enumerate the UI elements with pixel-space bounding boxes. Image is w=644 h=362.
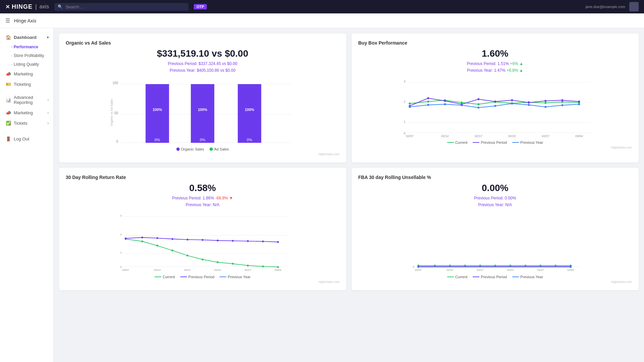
svg-text:100%: 100% — [198, 108, 207, 112]
svg-point-28 — [477, 103, 479, 105]
svg-text:03/04: 03/04 — [575, 134, 583, 138]
buy-box-card: Buy Box Performance 1.60% Previous Perio… — [352, 34, 639, 163]
marketing2-label: Marketing — [14, 110, 33, 115]
legend-bb-prev-period: Previous Period — [473, 140, 507, 144]
return-rate-sub: Previous Period: 1.86% -68.8% ▼ Previous… — [66, 195, 340, 208]
sidebar: 🏠 Dashboard ▾ · Performance · Store Prof… — [0, 28, 54, 362]
svg-text:02/22: 02/22 — [508, 134, 516, 138]
top-nav: ✕ HINGE | axis 🔍 OTP jane.doe@example.co… — [0, 0, 644, 13]
logout-icon: 🚪 — [6, 136, 11, 141]
marketing2-icon: 📣 — [6, 110, 11, 115]
legend-line-period — [473, 142, 479, 143]
svg-point-45 — [578, 101, 580, 103]
fba-line-chart: 0 — [358, 212, 632, 272]
legend-line-year — [512, 142, 519, 143]
svg-point-83 — [141, 236, 143, 238]
hamburger-icon[interactable]: ☰ — [5, 17, 10, 24]
svg-point-56 — [578, 103, 580, 105]
fba-unsellable-card: FBA 30 day Rolling Unsellable % 0.00% Pr… — [352, 168, 639, 290]
main-layout: 🏠 Dashboard ▾ · Performance · Store Prof… — [0, 28, 644, 362]
svg-text:03/04: 03/04 — [275, 268, 282, 272]
svg-point-88 — [217, 239, 219, 241]
search-input[interactable] — [65, 4, 185, 9]
sidebar-item-logout[interactable]: 🚪 Log Out — [0, 134, 53, 144]
buy-box-period-change: +6% — [510, 61, 518, 66]
svg-text:02/17: 02/17 — [184, 268, 191, 272]
sidebar-item-ticketing[interactable]: 🎫 Ticketing — [0, 79, 53, 89]
legend-rr-period-label: Previous Period — [188, 275, 215, 279]
legend-rr-prev-year: Previous Year — [220, 275, 250, 279]
search-bar[interactable]: 🔍 — [54, 3, 188, 11]
fba-prev-period: Previous Period: 0.00% — [358, 195, 632, 201]
organic-ad-sales-sub: Previous Period: $337,324.45 vs $0.00 Pr… — [66, 60, 340, 74]
sidebar-item-performance[interactable]: · Performance — [7, 43, 53, 51]
buy-box-svg: 3 2 1 0 — [358, 77, 632, 138]
marketing-icon: 📣 — [6, 71, 11, 76]
svg-point-81 — [277, 266, 279, 268]
user-avatar[interactable] — [629, 2, 639, 11]
sidebar-item-marketing[interactable]: 📣 Marketing › — [0, 108, 53, 118]
svg-text:1: 1 — [120, 251, 122, 254]
sidebar-item-advanced-reporting[interactable]: 📊 Advanced Reporting › — [0, 92, 53, 108]
svg-point-24 — [409, 103, 411, 105]
subheader: ☰ Hinge Axis — [0, 13, 644, 28]
svg-point-54 — [544, 106, 546, 108]
svg-text:100%: 100% — [245, 108, 254, 112]
svg-point-86 — [187, 239, 188, 240]
svg-point-115 — [570, 266, 571, 268]
logo-separator: | — [35, 3, 37, 10]
svg-text:0: 0 — [413, 265, 414, 268]
svg-point-36 — [427, 97, 429, 99]
return-rate-card: 30 Day Rolling Return Rate 0.58% Previou… — [59, 168, 346, 290]
svg-point-44 — [561, 99, 563, 101]
buy-box-year-arrow: ▲ — [519, 68, 523, 73]
legend-fba-prev-period: Previous Period — [473, 275, 507, 279]
svg-point-51 — [494, 105, 496, 107]
sidebar-item-tickets[interactable]: ✅ Tickets › — [0, 118, 53, 128]
svg-point-42 — [528, 102, 530, 104]
sidebar-item-store-profitability[interactable]: · Store Profitability — [7, 51, 53, 60]
svg-text:100: 100 — [113, 81, 118, 85]
fba-sub: Previous Period: 0.00% Previous Year: N/… — [358, 195, 632, 208]
legend-label-ad: Ad Sales — [214, 147, 229, 151]
svg-text:100%: 100% — [153, 108, 162, 112]
sidebar-item-dashboard[interactable]: 🏠 Dashboard ▾ — [0, 32, 53, 43]
app-title: Hinge Axis — [14, 18, 36, 23]
svg-text:02/27: 02/27 — [541, 134, 549, 138]
buy-box-prev-year: Previous Year: 1.47% +8.8% ▲ — [358, 67, 632, 74]
sidebar-item-marketing-top[interactable]: 📣 Marketing — [0, 69, 53, 79]
search-icon: 🔍 — [58, 4, 63, 9]
svg-point-46 — [409, 106, 411, 108]
chart-icon: 📊 — [6, 98, 11, 103]
x-icon: ✕ — [5, 4, 10, 10]
svg-point-43 — [544, 100, 546, 102]
buy-box-title: Buy Box Performance — [358, 40, 632, 46]
otp-badge: OTP — [194, 4, 207, 9]
svg-text:02/17: 02/17 — [477, 268, 484, 272]
svg-point-73 — [157, 245, 158, 246]
svg-point-82 — [125, 237, 126, 239]
svg-point-85 — [172, 238, 173, 240]
chevron-right-icon: › — [48, 98, 49, 102]
legend-bb-current-label: Current — [455, 140, 468, 144]
svg-text:3: 3 — [404, 80, 405, 83]
fba-title: FBA 30 day Rolling Unsellable % — [358, 175, 632, 180]
organic-ad-sales-title: Organic vs Ad Sales — [66, 40, 340, 46]
legend-bb-prev-year: Previous Year — [512, 140, 543, 144]
legend-rr-period-line — [180, 277, 187, 277]
sidebar-item-listing-quality[interactable]: · Listing Quality — [7, 60, 53, 69]
chevron-right-icon-2: › — [48, 111, 49, 115]
svg-text:Organic vs Ad Sales: Organic vs Ad Sales — [110, 99, 113, 126]
marketing-label: Marketing — [14, 71, 33, 76]
svg-point-78 — [232, 263, 234, 264]
main-content: Organic vs Ad Sales $331,519.10 vs $0.00… — [54, 28, 644, 362]
svg-text:02/27: 02/27 — [537, 268, 544, 272]
logo-text: HINGE — [12, 3, 33, 10]
svg-text:1: 1 — [404, 120, 405, 123]
svg-point-91 — [262, 240, 264, 242]
svg-point-74 — [172, 249, 173, 251]
legend-fba-year-label: Previous Year — [520, 275, 543, 279]
svg-text:2: 2 — [120, 233, 122, 236]
chevron-down-icon: ▾ — [47, 36, 49, 39]
buy-box-value: 1.60% — [358, 48, 632, 59]
